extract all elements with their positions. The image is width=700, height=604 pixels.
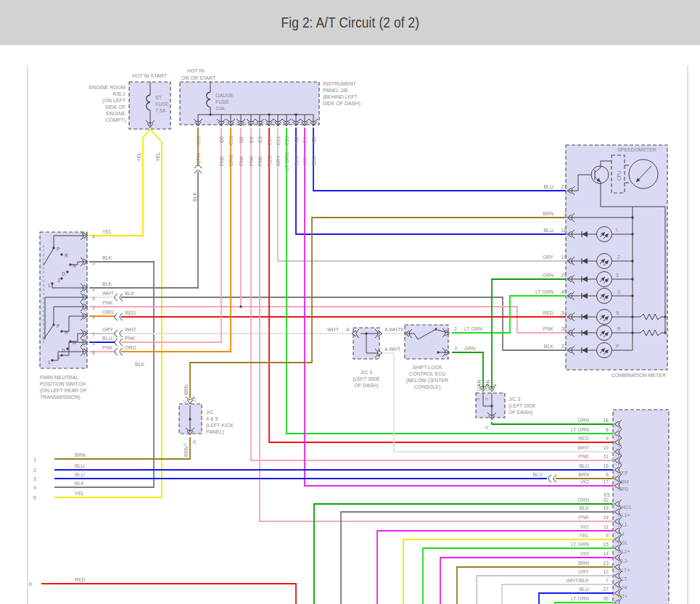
diagram-label: (LEFT KICK	[206, 423, 234, 429]
diagram-label: B	[476, 397, 480, 400]
diagram-label: SLT-	[618, 576, 629, 582]
diagram-label: PNK	[102, 345, 113, 350]
diagram-label: J5	[192, 439, 197, 444]
diagram-label: 4	[92, 234, 95, 239]
diagram-label: E5	[604, 492, 610, 497]
diagram-label: 9	[92, 315, 95, 320]
junction-dot	[631, 315, 633, 318]
diagram-label: SPD	[618, 487, 628, 492]
diagram-label: 27	[561, 184, 567, 189]
diagram-label: BLU	[532, 472, 543, 477]
diagram-label: 19	[603, 463, 609, 468]
diagram-label: J/C 3	[508, 397, 520, 402]
wire	[313, 128, 566, 191]
junction-dot	[631, 233, 633, 235]
diagram-label: 11	[604, 454, 609, 459]
diagram-label: 2	[33, 468, 36, 473]
diagram-label: N	[616, 310, 619, 315]
diagram-label: BLK	[580, 505, 590, 510]
diagram-label: PNK	[579, 454, 590, 459]
diagram-label: SL2-	[618, 558, 629, 563]
diagram-label: D	[617, 289, 621, 294]
diagram-label: 18	[603, 515, 609, 520]
diagram-label: RED	[125, 310, 136, 315]
diagram-label: N	[73, 263, 76, 268]
diagram-label: 39	[561, 310, 567, 315]
diagram-label: ST	[155, 95, 162, 100]
diagram-label: D5	[219, 136, 224, 143]
diagram-label: SL1-	[618, 522, 629, 527]
diagram-label: 8	[606, 427, 609, 432]
diagram-label: 17	[603, 479, 609, 484]
wire	[41, 584, 296, 604]
diagram-label: YEL	[102, 229, 112, 234]
diagram-label: 3	[92, 341, 95, 346]
diagram-label: C	[183, 400, 187, 403]
diagram-label: 19	[561, 255, 567, 260]
wire	[502, 584, 613, 604]
wire	[492, 422, 613, 424]
diagram-label: 11	[604, 524, 609, 529]
diagram-label: 2	[618, 443, 621, 448]
diagram-label: HOT IN	[187, 68, 205, 73]
diagram-label: A WHT	[384, 347, 401, 352]
diagram-label: BLU	[294, 155, 299, 165]
diagram-label: BRN	[184, 446, 189, 457]
diagram-label: E1	[302, 136, 308, 143]
diagram-label: BLU	[579, 463, 589, 468]
diagram-label: WHT	[327, 327, 339, 332]
diagram-label: 3	[618, 425, 621, 430]
diagram-label: B	[485, 397, 489, 400]
diagram-label: 5	[92, 260, 95, 265]
diagram-label: ENGINE	[106, 111, 125, 116]
diagram-label: N	[73, 340, 76, 345]
diagram-label: TRANSMISSION)	[40, 394, 81, 400]
diagram-label: GRY	[276, 155, 281, 166]
wires-layer	[41, 128, 613, 604]
diagram-label: 3	[616, 273, 619, 278]
diagram-label: BLK	[102, 255, 112, 260]
diagram-label: BLU	[75, 463, 85, 468]
junction-dot	[631, 278, 633, 280]
diagram-label: C3	[258, 136, 263, 143]
diagram-label: 1	[33, 457, 36, 462]
diagram-label: SIDE OF	[105, 104, 125, 109]
junction-dot	[295, 113, 297, 115]
diagram-label: E6	[249, 136, 254, 143]
diagram-label: E20	[284, 136, 289, 145]
diagram-label: VIO	[580, 524, 590, 529]
diagram-label: BLK	[75, 481, 85, 486]
diagram-label: SPEEDOMETER	[617, 147, 656, 152]
diagram-label: COMBINATION METER	[612, 373, 666, 378]
diagram-label: GAUGE	[215, 93, 234, 98]
diagram-label: RED	[267, 155, 272, 166]
diagram-label: A WHT	[384, 327, 401, 332]
diagram-label: (ON LEFT	[102, 98, 126, 104]
junction-dot	[631, 216, 633, 218]
diagram-label: VIO	[302, 156, 308, 165]
wire	[278, 128, 566, 261]
diagram-label: 14	[603, 551, 609, 556]
diagram-label: YEL	[136, 152, 141, 162]
junction-dot	[60, 253, 62, 255]
diagram-label: STP	[618, 471, 628, 476]
junction-dot	[60, 354, 62, 356]
diagram-label: GRN	[485, 379, 490, 391]
diagram-label: YEL	[580, 533, 589, 538]
diagram-label: WHT/BLK	[567, 578, 589, 583]
diagram-label: RED	[75, 577, 86, 582]
diagram-label: P	[57, 323, 59, 328]
diagram-label: P	[616, 344, 619, 349]
diagram-label: GRY	[578, 569, 589, 574]
diagram-label: E04	[618, 585, 627, 590]
diagram-label: (BEHIND LEFT	[323, 94, 358, 100]
diagram-label: R	[617, 326, 621, 331]
diagram-label: C	[183, 442, 187, 445]
diagram-label: YEL	[75, 491, 84, 496]
diagram-label: 2	[617, 255, 620, 260]
diagram-label: 38	[561, 326, 567, 331]
diagram-label: CPU	[617, 170, 622, 181]
junction-dot	[268, 113, 270, 115]
diagram-label: ENGINE ROOM	[88, 85, 125, 90]
diagram-label: 1	[92, 305, 95, 310]
